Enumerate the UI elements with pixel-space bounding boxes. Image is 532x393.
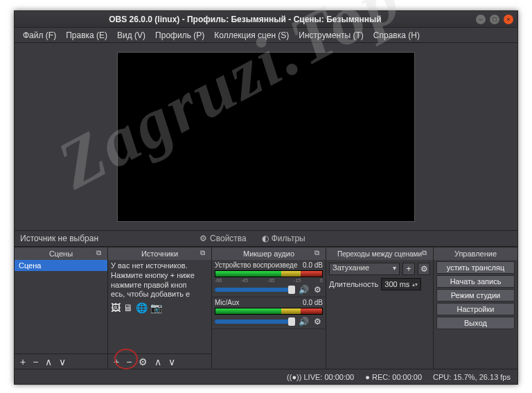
volume-slider[interactable] [215,320,295,324]
source-properties-button[interactable]: ⚙ [137,357,149,367]
channel-name: Устройство воспроизведе [215,261,298,269]
menu-scene-collection[interactable]: Коллекция сцен (S) [210,29,293,42]
controls-dock: Управление устить трансляц Начать запись… [434,247,517,369]
mixer-header: Микшер аудио ⧉ [212,247,326,260]
scene-down-button[interactable]: ∨ [57,357,67,367]
scenes-footer: + − ∧ ∨ [15,353,107,369]
speaker-icon[interactable]: 🔊 [298,284,309,295]
channel-name: Mic/Aux [215,299,240,306]
sources-dock: Источники ⧉ У вас нет источников. Нажмит… [108,247,212,369]
live-status: LIVE: 00:00:00 [287,373,354,381]
source-up-button[interactable]: ∧ [153,357,163,367]
studio-mode-button[interactable]: Режим студии [436,289,515,302]
docks-row: Сцены ⧉ Сцена + − ∧ ∨ Источники ⧉ У вас … [15,247,517,369]
sources-empty-hint: У вас нет источников. Нажмите кнопку + н… [108,260,211,301]
vu-meter [215,270,323,277]
start-recording-button[interactable]: Начать запись [436,275,515,288]
window-title: OBS 26.0.0 (linux) - Профиль: Безымянный… [19,15,472,24]
channel-db: 0.0 dB [303,261,323,269]
mixer-body: Устройство воспроизведе 0.0 dB -60-45-30… [212,260,326,369]
duration-label: Длительность [329,280,378,288]
menu-edit[interactable]: Правка (E) [62,29,112,42]
volume-slider[interactable] [215,288,295,292]
popout-icon[interactable]: ⧉ [200,249,209,257]
transition-settings-button[interactable]: ⚙ [418,263,430,275]
titlebar: OBS 26.0.0 (linux) - Профиль: Безымянный… [15,11,517,28]
transitions-header: Переходы между сценами ⧉ [326,247,433,260]
menu-view[interactable]: Вид (V) [113,29,150,42]
remove-scene-button[interactable]: − [31,357,39,367]
menu-help[interactable]: Справка (H) [369,29,424,42]
speaker-icon[interactable]: 🔊 [298,316,309,327]
spinner-icon[interactable]: ▴▾ [412,281,418,288]
vu-meter [215,308,323,315]
scene-item[interactable]: Сцена [15,260,107,271]
menubar: Файл (F) Правка (E) Вид (V) Профиль (P) … [15,28,517,43]
settings-button[interactable]: Настройки [436,303,515,315]
gear-icon[interactable]: ⚙ [312,284,323,295]
add-scene-button[interactable]: + [19,357,27,367]
transition-add-button[interactable]: + [402,263,415,275]
transitions-dock: Переходы между сценами ⧉ Затухание + ⚙ Д… [326,247,434,369]
scene-up-button[interactable]: ∧ [44,357,53,367]
duration-input[interactable]: 300 ms ▴▾ [381,278,421,290]
source-toolbar: Источник не выбран ⚙ Свойства ◐ Фильтры [15,230,517,247]
gear-icon[interactable]: ⚙ [312,316,323,327]
mixer-channel-desktop: Устройство воспроизведе 0.0 dB -60-45-30… [212,260,326,297]
transitions-body: Затухание + ⚙ Длительность 300 ms ▴▾ [326,260,433,293]
mixer-dock: Микшер аудио ⧉ Устройство воспроизведе 0… [212,247,326,369]
cpu-status: CPU: 15.7%, 26.13 fps [433,373,511,381]
sources-footer: + − ⚙ ∧ ∨ [108,353,211,369]
maximize-button[interactable]: □ [490,15,499,24]
minimize-button[interactable]: − [476,15,486,24]
statusbar: LIVE: 00:00:00 ● REC: 00:00:00 CPU: 15.7… [15,369,517,384]
remove-source-button[interactable]: − [125,357,133,367]
gear-icon: ⚙ [200,234,207,243]
add-source-button[interactable]: + [112,357,121,367]
mixer-channel-mic: Mic/Aux 0.0 dB 🔊 ⚙ [212,297,326,329]
exit-button[interactable]: Выход [436,317,515,329]
display-icon: 🖥 [123,302,133,313]
menu-tools[interactable]: Инструменты (T) [294,29,367,42]
controls-header: Управление [434,247,517,260]
sources-header: Источники ⧉ [108,247,211,260]
source-down-button[interactable]: ∨ [167,357,177,367]
source-type-icons: 🖼 🖥 🌐 📷 [108,301,211,315]
scenes-header: Сцены ⧉ [15,247,107,260]
scenes-list[interactable]: Сцена [15,260,107,353]
filters-icon: ◐ [262,234,269,243]
globe-icon: 🌐 [136,302,148,313]
scenes-dock: Сцены ⧉ Сцена + − ∧ ∨ [15,247,108,369]
properties-button[interactable]: ⚙ Свойства [195,234,251,243]
no-source-label: Источник не выбран [20,234,98,243]
app-window: OBS 26.0.0 (linux) - Профиль: Безымянный… [14,10,518,385]
popout-icon[interactable]: ⧉ [96,249,105,257]
meter-ticks: -60-45-30-150 [215,278,323,283]
channel-db: 0.0 dB [303,299,323,306]
filters-button[interactable]: ◐ Фильтры [258,234,310,243]
menu-profile[interactable]: Профиль (P) [151,29,209,42]
popout-icon[interactable]: ⧉ [314,249,323,257]
rec-status: ● REC: 00:00:00 [365,373,422,381]
preview-area [15,43,517,230]
transition-select[interactable]: Затухание [329,263,400,275]
preview-canvas[interactable] [117,52,415,222]
menu-file[interactable]: Файл (F) [19,29,60,42]
popout-icon[interactable]: ⧉ [422,249,430,257]
camera-icon: 📷 [150,302,162,313]
controls-body: устить трансляц Начать запись Режим студ… [434,260,517,331]
sources-list[interactable]: У вас нет источников. Нажмите кнопку + н… [108,260,211,353]
start-streaming-button[interactable]: устить трансляц [436,261,515,274]
close-button[interactable]: × [504,15,513,24]
image-icon: 🖼 [111,302,121,313]
